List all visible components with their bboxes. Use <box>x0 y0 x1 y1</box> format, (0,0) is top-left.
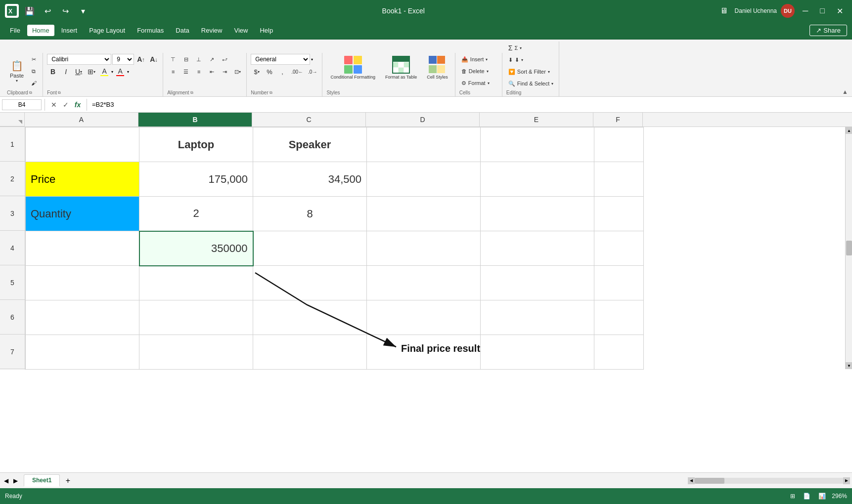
delete-button[interactable]: 🗑 Delete ▾ <box>459 66 499 77</box>
cell-f4[interactable] <box>594 231 644 266</box>
paste-button[interactable]: 📋 Paste ▾ <box>7 55 27 87</box>
format-as-table-button[interactable]: Format as Table <box>381 54 421 82</box>
cell-a4[interactable] <box>26 231 139 266</box>
sheet-prev[interactable]: ◀ <box>2 476 10 485</box>
clipboard-expand[interactable]: ⧉ <box>29 90 32 95</box>
merge-button[interactable]: ⊡▾ <box>231 66 243 77</box>
number-expand[interactable]: ⧉ <box>269 90 272 95</box>
percent-button[interactable]: % <box>264 66 275 77</box>
menu-file[interactable]: File <box>5 25 25 36</box>
cell-c1[interactable]: Speaker <box>253 127 367 162</box>
confirm-formula-button[interactable]: ✓ <box>60 99 72 111</box>
increase-font-button[interactable]: A↑ <box>135 54 147 65</box>
row-header-3[interactable]: 3 <box>0 196 25 231</box>
cell-f5[interactable] <box>594 266 644 300</box>
cut-button[interactable]: ✂ <box>28 54 40 65</box>
menu-help[interactable]: Help <box>255 25 278 36</box>
cell-f6[interactable] <box>594 300 644 335</box>
cell-e6[interactable] <box>481 300 594 335</box>
font-size-select[interactable]: 9 <box>112 54 134 65</box>
italic-button[interactable]: I <box>60 66 72 77</box>
minimize-button[interactable]: ─ <box>799 4 812 17</box>
increase-decimal-button[interactable]: .00← <box>289 66 305 77</box>
format-painter-button[interactable]: 🖌 <box>28 78 40 88</box>
number-format-arrow[interactable]: ▾ <box>311 57 313 62</box>
font-color-arrow[interactable]: ▾ <box>127 70 129 74</box>
cell-f3[interactable] <box>594 197 644 231</box>
insert-button[interactable]: 📥 Insert ▾ <box>459 54 499 65</box>
cell-d1[interactable] <box>367 127 481 162</box>
fill-color-button[interactable]: A <box>98 66 110 77</box>
vertical-scrollbar[interactable]: ▲ ▼ <box>845 127 852 369</box>
underline-button[interactable]: U▾ <box>73 66 85 77</box>
h-scrollbar-track[interactable] <box>695 478 843 484</box>
cell-f1[interactable] <box>594 127 644 162</box>
cell-c6[interactable] <box>253 300 367 335</box>
col-header-c[interactable]: C <box>252 113 366 126</box>
cell-styles-button[interactable]: Cell Styles <box>423 54 452 82</box>
bold-button[interactable]: B <box>47 66 59 77</box>
maximize-button[interactable]: □ <box>816 4 829 17</box>
page-layout-view-button[interactable]: 📄 <box>801 492 812 501</box>
share-button[interactable]: ↗ Share <box>809 25 847 36</box>
align-right-button[interactable]: ≡ <box>193 66 205 77</box>
cell-e3[interactable] <box>481 197 594 231</box>
col-header-e[interactable]: E <box>480 113 593 126</box>
cell-b6[interactable] <box>139 300 253 335</box>
cell-a2[interactable]: Price <box>26 162 139 197</box>
cell-a6[interactable] <box>26 300 139 335</box>
menu-insert[interactable]: Insert <box>56 25 83 36</box>
col-header-a[interactable]: A <box>25 113 138 126</box>
cell-d2[interactable] <box>367 162 481 197</box>
cell-b7[interactable] <box>139 335 253 370</box>
cell-e1[interactable] <box>481 127 594 162</box>
close-button[interactable]: ✕ <box>833 4 847 18</box>
wrap-text-button[interactable]: ⮐ <box>219 54 230 65</box>
orientation-button[interactable]: ↗ <box>206 54 218 65</box>
cell-e5[interactable] <box>481 266 594 300</box>
scroll-up[interactable]: ▲ <box>846 127 852 134</box>
insert-function-button[interactable]: fx <box>72 99 84 111</box>
menu-page-layout[interactable]: Page Layout <box>84 25 130 36</box>
sort-filter-arrow[interactable]: ▾ <box>548 70 550 74</box>
cell-c3[interactable]: 8 <box>253 197 367 231</box>
sort-filter-button[interactable]: 🔽 Sort & Filter ▾ <box>506 66 556 77</box>
menu-review[interactable]: Review <box>196 25 227 36</box>
cell-b3[interactable]: 2 <box>139 197 253 231</box>
row-header-5[interactable]: 5 <box>0 265 25 300</box>
cell-c5[interactable] <box>253 266 367 300</box>
fill-arrow[interactable]: ▾ <box>521 58 523 62</box>
col-header-b[interactable]: B <box>138 113 252 126</box>
cell-e7[interactable] <box>481 335 594 370</box>
col-header-f[interactable]: F <box>593 113 643 126</box>
page-break-view-button[interactable]: 📊 <box>816 492 828 501</box>
row-header-4[interactable]: 4 <box>0 231 25 265</box>
add-sheet-button[interactable]: + <box>62 475 74 487</box>
font-family-select[interactable]: Calibri <box>47 54 111 65</box>
font-color-button[interactable]: A <box>114 66 126 77</box>
indent-increase-button[interactable]: ⇥ <box>219 66 230 77</box>
align-center-button[interactable]: ☰ <box>180 66 192 77</box>
cell-a5[interactable] <box>26 266 139 300</box>
conditional-formatting-button[interactable]: Conditional Formatting <box>326 54 379 82</box>
font-expand[interactable]: ⧉ <box>58 90 61 95</box>
scroll-thumb[interactable] <box>846 241 852 255</box>
find-select-arrow[interactable]: ▾ <box>551 82 553 86</box>
save-button[interactable]: 💾 <box>23 4 37 18</box>
copy-button[interactable]: ⧉ <box>28 66 40 77</box>
undo-button[interactable]: ↩ <box>41 4 54 18</box>
cell-c2[interactable]: 34,500 <box>253 162 367 197</box>
borders-button[interactable]: ⊞▾ <box>86 66 97 77</box>
cell-d5[interactable] <box>367 266 481 300</box>
fill-color-arrow[interactable]: ▾ <box>111 70 113 74</box>
cell-e4[interactable] <box>481 231 594 266</box>
row-header-2[interactable]: 2 <box>0 162 25 196</box>
cell-e2[interactable] <box>481 162 594 197</box>
currency-button[interactable]: $▾ <box>251 66 263 77</box>
cell-d6[interactable] <box>367 300 481 335</box>
decrease-decimal-button[interactable]: .0→ <box>306 66 319 77</box>
sheet-next[interactable]: ▶ <box>11 476 20 485</box>
formula-input[interactable] <box>90 101 850 108</box>
fill-button[interactable]: ⬇ ⬇ ▾ <box>506 54 556 65</box>
cell-c7[interactable] <box>253 335 367 370</box>
